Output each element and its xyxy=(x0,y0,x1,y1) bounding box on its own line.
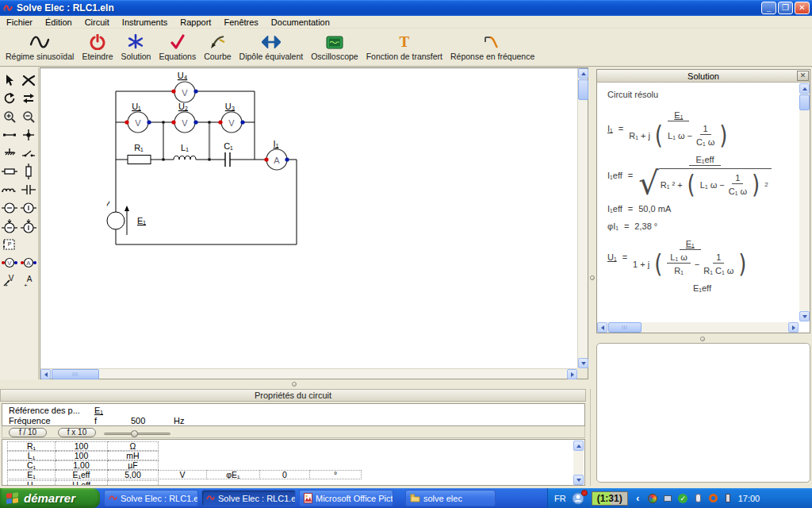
palette-rotate-tool[interactable] xyxy=(0,89,19,107)
close-button[interactable]: ✕ xyxy=(795,2,810,14)
freq-div10-button[interactable]: f / 10 xyxy=(9,428,47,437)
scroll-right-icon[interactable] xyxy=(567,369,577,379)
palette-ground-tool[interactable] xyxy=(0,144,19,162)
voltmeter-U2[interactable]: V U₂ xyxy=(171,102,197,133)
solution-bottom-splitter-handle[interactable] xyxy=(700,337,705,341)
canvas-vthumb[interactable] xyxy=(578,79,588,100)
menu-rapport[interactable]: Rapport xyxy=(174,17,217,28)
horizontal-splitter[interactable] xyxy=(0,379,588,389)
inductor-L1[interactable]: L₁ xyxy=(174,143,196,160)
language-indicator[interactable]: FR xyxy=(554,494,566,503)
tool-dipole-equivalent[interactable]: Dipôle équivalent xyxy=(236,32,308,65)
menu-documentation[interactable]: Documentation xyxy=(265,17,336,28)
tool-eteindre[interactable]: Eteindre xyxy=(78,32,117,65)
palette-voltmeter-tool[interactable]: V xyxy=(0,253,19,271)
palette-reverse-tool[interactable] xyxy=(19,89,38,107)
voltmeter-U3[interactable]: V U₃ xyxy=(218,102,244,133)
tool-courbe[interactable]: Courbe xyxy=(200,32,235,65)
property-row-frequency[interactable]: Fréquence f 500 Hz xyxy=(2,416,584,426)
palette-zoom-in-tool[interactable] xyxy=(0,107,19,125)
canvas-hscrollbar[interactable]: ||| xyxy=(40,368,577,379)
tool-oscilloscope[interactable]: Oscilloscope xyxy=(307,32,362,65)
solution-hscrollbar[interactable]: ||| xyxy=(597,322,799,333)
freq-mul10-button[interactable]: f x 10 xyxy=(58,428,96,437)
taskbar-task-folder[interactable]: solve elec xyxy=(405,490,496,506)
source-E1[interactable]: ~ E₁ xyxy=(102,198,147,235)
scroll-up-icon[interactable] xyxy=(573,441,584,451)
taskbar-task-picture-manager[interactable]: Microsoft Office Pictu... xyxy=(299,490,393,506)
palette-opamp-tool[interactable]: P xyxy=(0,235,19,253)
palette-voltage-probe-tool[interactable]: V+ xyxy=(0,271,19,290)
frequency-value[interactable]: 500 xyxy=(131,416,145,425)
palette-ammeter-tool[interactable]: A xyxy=(19,253,38,271)
frequency-slider[interactable] xyxy=(104,433,170,435)
tool-regime-sinusoidal[interactable]: Régime sinusoïdal xyxy=(2,32,78,65)
menu-circuit[interactable]: Circuit xyxy=(79,17,116,28)
palette-inductor-tool[interactable] xyxy=(0,180,19,198)
solution-panel-header[interactable]: Solution ✕ xyxy=(597,70,810,83)
tray-mouse-icon[interactable] xyxy=(693,493,703,503)
canvas-vscrollbar[interactable] xyxy=(577,68,588,368)
voltmeter-U4[interactable]: V U₄ xyxy=(171,71,197,102)
splitter-handle[interactable] xyxy=(292,382,297,387)
solution-hthumb[interactable]: ||| xyxy=(608,322,642,333)
clock[interactable]: 17:00 xyxy=(738,494,760,503)
solution-left-splitter-handle[interactable] xyxy=(590,275,595,280)
menu-instruments[interactable]: Instruments xyxy=(116,17,174,28)
battery-time-indicator[interactable]: (1:31) xyxy=(592,491,628,506)
frequency-slider-thumb[interactable] xyxy=(131,430,138,437)
restore-button[interactable]: ❐ xyxy=(778,2,793,14)
palette-resistor-v-tool[interactable] xyxy=(19,162,38,180)
palette-zoom-out-tool[interactable] xyxy=(19,107,38,125)
palette-current-source-tool[interactable] xyxy=(19,198,38,217)
scroll-left-icon[interactable] xyxy=(597,322,607,333)
palette-pliers-tool[interactable] xyxy=(19,71,38,89)
palette-current-probe-tool[interactable]: A+ xyxy=(19,271,38,290)
tray-network-icon[interactable] xyxy=(663,493,673,503)
scroll-down-icon[interactable] xyxy=(799,311,810,321)
palette-current-source-arrow-tool[interactable] xyxy=(19,217,38,235)
resistor-R1[interactable]: R₁ xyxy=(128,143,151,164)
palette-voltage-source-arrow-tool[interactable] xyxy=(0,217,19,235)
palette-switch-tool[interactable] xyxy=(19,144,38,162)
tool-solution[interactable]: Solution xyxy=(117,32,155,65)
tool-fonction-transfert[interactable]: T Fonction de transfert xyxy=(362,32,446,65)
tray-color-icon[interactable] xyxy=(648,493,658,503)
tool-reponse-frequence[interactable]: Réponse en fréquence xyxy=(446,32,538,65)
palette-capacitor-tool[interactable] xyxy=(19,180,38,198)
table-vscrollbar[interactable] xyxy=(573,441,584,485)
scroll-right-icon[interactable] xyxy=(788,322,799,333)
palette-node-tool[interactable] xyxy=(19,125,38,144)
scroll-down-icon[interactable] xyxy=(573,475,584,485)
schematic-canvas[interactable]: R₁ L₁ C₁ A I₁ V xyxy=(40,67,588,379)
tray-ring-icon[interactable] xyxy=(708,493,718,503)
palette-select-tool[interactable] xyxy=(0,71,19,89)
menu-fenetres[interactable]: Fenêtres xyxy=(217,17,264,28)
collapse-tray-icon[interactable]: ‹ xyxy=(633,493,643,503)
solution-vscrollbar[interactable] xyxy=(799,83,810,321)
scroll-up-icon[interactable] xyxy=(799,83,810,94)
scroll-left-icon[interactable] xyxy=(40,369,51,379)
ammeter-I1[interactable]: A I₁ xyxy=(264,139,289,170)
palette-voltage-source-tool[interactable] xyxy=(0,198,19,217)
solution-close-icon[interactable]: ✕ xyxy=(797,71,809,81)
menu-edition[interactable]: Édition xyxy=(39,17,79,28)
capacitor-C1[interactable]: C₁ xyxy=(224,141,233,167)
scroll-up-icon[interactable] xyxy=(578,68,588,79)
minimize-button[interactable]: _ xyxy=(761,2,776,14)
tray-battery-icon[interactable] xyxy=(723,493,733,503)
tray-update-icon[interactable]: ✓ xyxy=(678,493,688,503)
solution-vthumb[interactable] xyxy=(799,94,810,110)
start-button[interactable]: démarrer xyxy=(0,488,100,508)
palette-wire-tool[interactable] xyxy=(0,125,19,144)
palette-resistor-h-tool[interactable] xyxy=(0,162,19,180)
voltmeter-U1[interactable]: V U₁ xyxy=(124,102,151,133)
canvas-hthumb[interactable]: ||| xyxy=(52,369,99,379)
taskbar-task-solve-elec-1[interactable]: Solve Elec : RLC1.eln xyxy=(104,490,198,506)
taskbar-task-solve-elec-2[interactable]: Solve Elec : RLC1.eln xyxy=(201,490,296,506)
menu-fichier[interactable]: Fichier xyxy=(0,17,39,28)
scroll-down-icon[interactable] xyxy=(578,358,588,368)
tool-equations[interactable]: Equations xyxy=(155,32,200,65)
property-row-reference[interactable]: Référence des p... E₁ xyxy=(2,406,584,416)
messenger-icon[interactable] xyxy=(571,491,587,506)
